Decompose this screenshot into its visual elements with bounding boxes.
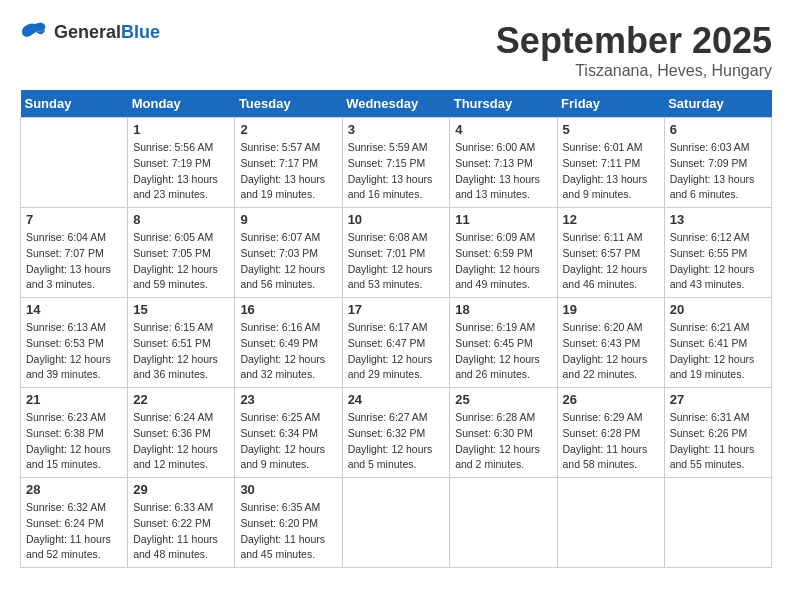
table-row: 15Sunrise: 6:15 AM Sunset: 6:51 PM Dayli…: [128, 298, 235, 388]
day-info: Sunrise: 6:27 AM Sunset: 6:32 PM Dayligh…: [348, 410, 445, 473]
day-number: 9: [240, 212, 336, 227]
day-info: Sunrise: 6:12 AM Sunset: 6:55 PM Dayligh…: [670, 230, 766, 293]
day-info: Sunrise: 6:28 AM Sunset: 6:30 PM Dayligh…: [455, 410, 551, 473]
table-row: 10Sunrise: 6:08 AM Sunset: 7:01 PM Dayli…: [342, 208, 450, 298]
table-row: [450, 478, 557, 568]
day-info: Sunrise: 6:32 AM Sunset: 6:24 PM Dayligh…: [26, 500, 122, 563]
table-row: 26Sunrise: 6:29 AM Sunset: 6:28 PM Dayli…: [557, 388, 664, 478]
table-row: 3Sunrise: 5:59 AM Sunset: 7:15 PM Daylig…: [342, 118, 450, 208]
day-info: Sunrise: 5:57 AM Sunset: 7:17 PM Dayligh…: [240, 140, 336, 203]
day-number: 18: [455, 302, 551, 317]
table-row: 25Sunrise: 6:28 AM Sunset: 6:30 PM Dayli…: [450, 388, 557, 478]
day-number: 15: [133, 302, 229, 317]
day-info: Sunrise: 6:03 AM Sunset: 7:09 PM Dayligh…: [670, 140, 766, 203]
table-row: [664, 478, 771, 568]
day-info: Sunrise: 6:23 AM Sunset: 6:38 PM Dayligh…: [26, 410, 122, 473]
table-row: 11Sunrise: 6:09 AM Sunset: 6:59 PM Dayli…: [450, 208, 557, 298]
table-row: 13Sunrise: 6:12 AM Sunset: 6:55 PM Dayli…: [664, 208, 771, 298]
day-number: 12: [563, 212, 659, 227]
day-info: Sunrise: 6:07 AM Sunset: 7:03 PM Dayligh…: [240, 230, 336, 293]
title-area: September 2025 Tiszanana, Heves, Hungary: [496, 20, 772, 80]
day-info: Sunrise: 6:01 AM Sunset: 7:11 PM Dayligh…: [563, 140, 659, 203]
table-row: [21, 118, 128, 208]
calendar-header-row: Sunday Monday Tuesday Wednesday Thursday…: [21, 90, 772, 118]
col-tuesday: Tuesday: [235, 90, 342, 118]
day-number: 8: [133, 212, 229, 227]
day-info: Sunrise: 6:09 AM Sunset: 6:59 PM Dayligh…: [455, 230, 551, 293]
day-info: Sunrise: 6:13 AM Sunset: 6:53 PM Dayligh…: [26, 320, 122, 383]
day-info: Sunrise: 6:35 AM Sunset: 6:20 PM Dayligh…: [240, 500, 336, 563]
table-row: 9Sunrise: 6:07 AM Sunset: 7:03 PM Daylig…: [235, 208, 342, 298]
day-number: 4: [455, 122, 551, 137]
day-number: 2: [240, 122, 336, 137]
day-info: Sunrise: 5:59 AM Sunset: 7:15 PM Dayligh…: [348, 140, 445, 203]
day-number: 29: [133, 482, 229, 497]
table-row: 7Sunrise: 6:04 AM Sunset: 7:07 PM Daylig…: [21, 208, 128, 298]
day-info: Sunrise: 6:20 AM Sunset: 6:43 PM Dayligh…: [563, 320, 659, 383]
table-row: 2Sunrise: 5:57 AM Sunset: 7:17 PM Daylig…: [235, 118, 342, 208]
day-number: 30: [240, 482, 336, 497]
day-info: Sunrise: 6:00 AM Sunset: 7:13 PM Dayligh…: [455, 140, 551, 203]
day-number: 27: [670, 392, 766, 407]
day-number: 3: [348, 122, 445, 137]
table-row: 30Sunrise: 6:35 AM Sunset: 6:20 PM Dayli…: [235, 478, 342, 568]
day-info: Sunrise: 6:04 AM Sunset: 7:07 PM Dayligh…: [26, 230, 122, 293]
table-row: 20Sunrise: 6:21 AM Sunset: 6:41 PM Dayli…: [664, 298, 771, 388]
day-info: Sunrise: 6:15 AM Sunset: 6:51 PM Dayligh…: [133, 320, 229, 383]
day-info: Sunrise: 6:29 AM Sunset: 6:28 PM Dayligh…: [563, 410, 659, 473]
day-number: 28: [26, 482, 122, 497]
logo: GeneralBlue: [20, 20, 160, 44]
day-number: 6: [670, 122, 766, 137]
table-row: 1Sunrise: 5:56 AM Sunset: 7:19 PM Daylig…: [128, 118, 235, 208]
col-friday: Friday: [557, 90, 664, 118]
table-row: [342, 478, 450, 568]
table-row: 23Sunrise: 6:25 AM Sunset: 6:34 PM Dayli…: [235, 388, 342, 478]
day-info: Sunrise: 6:21 AM Sunset: 6:41 PM Dayligh…: [670, 320, 766, 383]
day-number: 24: [348, 392, 445, 407]
day-info: Sunrise: 6:25 AM Sunset: 6:34 PM Dayligh…: [240, 410, 336, 473]
table-row: 21Sunrise: 6:23 AM Sunset: 6:38 PM Dayli…: [21, 388, 128, 478]
calendar-week-row: 28Sunrise: 6:32 AM Sunset: 6:24 PM Dayli…: [21, 478, 772, 568]
day-number: 7: [26, 212, 122, 227]
month-title: September 2025: [496, 20, 772, 62]
day-info: Sunrise: 6:17 AM Sunset: 6:47 PM Dayligh…: [348, 320, 445, 383]
col-wednesday: Wednesday: [342, 90, 450, 118]
page-header: GeneralBlue September 2025 Tiszanana, He…: [20, 20, 772, 80]
table-row: 29Sunrise: 6:33 AM Sunset: 6:22 PM Dayli…: [128, 478, 235, 568]
logo-general: General: [54, 22, 121, 42]
logo-bird-icon: [20, 20, 50, 44]
calendar-week-row: 7Sunrise: 6:04 AM Sunset: 7:07 PM Daylig…: [21, 208, 772, 298]
table-row: 8Sunrise: 6:05 AM Sunset: 7:05 PM Daylig…: [128, 208, 235, 298]
table-row: 27Sunrise: 6:31 AM Sunset: 6:26 PM Dayli…: [664, 388, 771, 478]
table-row: 19Sunrise: 6:20 AM Sunset: 6:43 PM Dayli…: [557, 298, 664, 388]
day-number: 10: [348, 212, 445, 227]
day-info: Sunrise: 6:33 AM Sunset: 6:22 PM Dayligh…: [133, 500, 229, 563]
day-number: 5: [563, 122, 659, 137]
table-row: 4Sunrise: 6:00 AM Sunset: 7:13 PM Daylig…: [450, 118, 557, 208]
day-info: Sunrise: 6:19 AM Sunset: 6:45 PM Dayligh…: [455, 320, 551, 383]
day-number: 16: [240, 302, 336, 317]
table-row: 18Sunrise: 6:19 AM Sunset: 6:45 PM Dayli…: [450, 298, 557, 388]
table-row: 6Sunrise: 6:03 AM Sunset: 7:09 PM Daylig…: [664, 118, 771, 208]
day-number: 26: [563, 392, 659, 407]
col-monday: Monday: [128, 90, 235, 118]
day-number: 20: [670, 302, 766, 317]
col-saturday: Saturday: [664, 90, 771, 118]
day-number: 11: [455, 212, 551, 227]
col-sunday: Sunday: [21, 90, 128, 118]
day-number: 19: [563, 302, 659, 317]
table-row: 17Sunrise: 6:17 AM Sunset: 6:47 PM Dayli…: [342, 298, 450, 388]
calendar-week-row: 14Sunrise: 6:13 AM Sunset: 6:53 PM Dayli…: [21, 298, 772, 388]
day-info: Sunrise: 5:56 AM Sunset: 7:19 PM Dayligh…: [133, 140, 229, 203]
table-row: 16Sunrise: 6:16 AM Sunset: 6:49 PM Dayli…: [235, 298, 342, 388]
day-number: 1: [133, 122, 229, 137]
table-row: 14Sunrise: 6:13 AM Sunset: 6:53 PM Dayli…: [21, 298, 128, 388]
table-row: 12Sunrise: 6:11 AM Sunset: 6:57 PM Dayli…: [557, 208, 664, 298]
day-number: 13: [670, 212, 766, 227]
calendar-week-row: 21Sunrise: 6:23 AM Sunset: 6:38 PM Dayli…: [21, 388, 772, 478]
calendar-table: Sunday Monday Tuesday Wednesday Thursday…: [20, 90, 772, 568]
table-row: 22Sunrise: 6:24 AM Sunset: 6:36 PM Dayli…: [128, 388, 235, 478]
day-info: Sunrise: 6:05 AM Sunset: 7:05 PM Dayligh…: [133, 230, 229, 293]
day-info: Sunrise: 6:11 AM Sunset: 6:57 PM Dayligh…: [563, 230, 659, 293]
table-row: [557, 478, 664, 568]
